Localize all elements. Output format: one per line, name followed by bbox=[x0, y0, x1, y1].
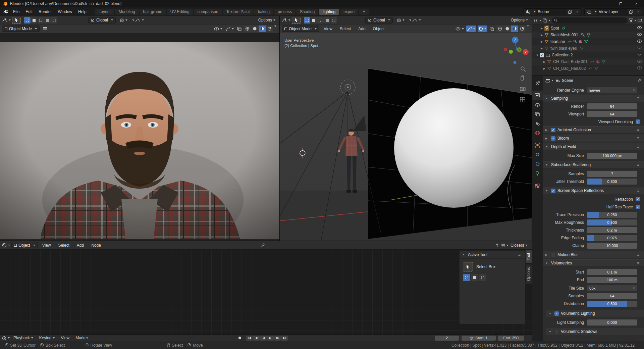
tab-baking[interactable]: baking bbox=[254, 9, 273, 15]
outliner-row-spot[interactable]: ▶ Spot bbox=[532, 25, 644, 32]
tab-hair-groom[interactable]: hair groom bbox=[140, 9, 166, 15]
prev-keyframe-button[interactable] bbox=[253, 336, 260, 341]
play-button[interactable] bbox=[267, 336, 274, 341]
filter-funnel-icon[interactable] bbox=[629, 18, 636, 22]
remove-view-layer-icon[interactable]: × bbox=[635, 9, 642, 14]
add-workspace-button[interactable]: + bbox=[359, 9, 369, 15]
menu-select[interactable]: Select bbox=[337, 26, 354, 32]
select-mode-difference[interactable] bbox=[324, 17, 330, 23]
menu-marker[interactable]: Marker bbox=[73, 336, 90, 340]
outliner-row-collection2[interactable]: ▼ ✓ Collection 2 bbox=[532, 52, 644, 58]
show-object-types-icon[interactable] bbox=[213, 26, 223, 32]
play-reverse-button[interactable] bbox=[260, 336, 267, 341]
search-input[interactable] bbox=[559, 18, 626, 23]
vol-start-field[interactable]: 0.1 m bbox=[587, 269, 637, 275]
light-clamping-field[interactable]: 0.000 bbox=[587, 319, 637, 326]
show-object-types-icon[interactable] bbox=[454, 26, 465, 32]
select-mode-intersect[interactable] bbox=[51, 17, 57, 23]
collection-checkbox[interactable]: ✓ bbox=[540, 53, 544, 57]
volumetric-shadows-checkbox[interactable] bbox=[554, 330, 559, 334]
blender-menu-icon[interactable] bbox=[3, 9, 9, 14]
vol-end-field[interactable]: 100 m bbox=[587, 277, 637, 283]
shading-wireframe-icon[interactable] bbox=[244, 26, 251, 32]
visibility-eye-icon[interactable] bbox=[637, 59, 642, 64]
menu-select[interactable]: Select bbox=[55, 242, 72, 249]
tab-shading[interactable]: Shading bbox=[296, 9, 318, 15]
tab-output[interactable] bbox=[532, 100, 543, 109]
outliner-search[interactable] bbox=[552, 17, 628, 23]
menu-add[interactable]: Add bbox=[355, 26, 368, 32]
menu-object[interactable]: Object bbox=[370, 26, 388, 32]
bloom-checkbox[interactable]: ✓ bbox=[551, 136, 555, 141]
thickness-field[interactable]: 0.2 m bbox=[587, 227, 637, 233]
transform-orientation-dropdown[interactable]: Global bbox=[88, 17, 116, 23]
shading-rendered-icon[interactable] bbox=[266, 26, 273, 32]
max-size-field[interactable]: 100.000 px bbox=[587, 153, 637, 159]
overlays-icon[interactable] bbox=[478, 26, 487, 32]
snap-mode-dropdown[interactable]: Closest bbox=[511, 243, 527, 248]
viewport-denoising-checkbox[interactable]: ✓ bbox=[636, 119, 640, 124]
next-keyframe-button[interactable] bbox=[274, 336, 281, 341]
shading-solid-icon[interactable] bbox=[251, 26, 258, 32]
shading-rendered-icon[interactable] bbox=[519, 26, 526, 32]
max-roughness-slider[interactable]: 0.500 bbox=[587, 219, 637, 226]
scene-name[interactable]: Scene bbox=[536, 9, 567, 15]
tab-object[interactable] bbox=[532, 140, 543, 150]
half-res-checkbox[interactable]: ✓ bbox=[636, 205, 640, 209]
sidebar-tab-tool[interactable]: Tool bbox=[526, 250, 532, 263]
refraction-checkbox[interactable]: ✓ bbox=[636, 197, 640, 201]
edge-fading-slider[interactable]: 0.075 bbox=[587, 235, 637, 241]
render-samples-field[interactable]: 64 bbox=[587, 103, 637, 109]
menu-view[interactable]: View bbox=[321, 26, 335, 32]
new-view-layer-icon[interactable] bbox=[628, 10, 635, 14]
timeline-editor-icon[interactable] bbox=[2, 336, 10, 340]
active-tool-icon[interactable] bbox=[292, 17, 301, 24]
outliner-row-dad-body[interactable]: ▶ CH_Dad_Body.001 bbox=[532, 58, 644, 65]
menu-render[interactable]: Render bbox=[36, 8, 55, 15]
ao-checkbox[interactable]: ✓ bbox=[551, 128, 555, 132]
tab-export[interactable]: export bbox=[340, 9, 358, 15]
tab-modeling[interactable]: Modeling bbox=[115, 9, 139, 15]
select-mode-set[interactable] bbox=[304, 17, 310, 23]
close-button[interactable]: × bbox=[629, 0, 644, 7]
visibility-closed-icon[interactable] bbox=[637, 46, 642, 51]
render-engine-dropdown[interactable]: Eevee bbox=[587, 87, 637, 93]
shading-material-icon[interactable] bbox=[259, 26, 266, 32]
record-button[interactable] bbox=[236, 336, 243, 341]
menu-file[interactable]: File bbox=[10, 8, 22, 15]
section-depth-of-field[interactable]: ▼Depth of Field bbox=[543, 143, 644, 150]
section-bloom[interactable]: ▶✓ Bloom bbox=[543, 135, 644, 142]
outliner-row-dad-hair[interactable]: ▶ CH_Dad_Hair.002 bbox=[532, 65, 644, 72]
visibility-eye-icon[interactable] bbox=[637, 26, 642, 31]
jump-end-button[interactable] bbox=[281, 336, 288, 341]
select-mode-extend[interactable] bbox=[311, 17, 317, 23]
snapping-magnet-icon[interactable] bbox=[501, 243, 508, 247]
pin-icon[interactable] bbox=[637, 79, 641, 83]
sidebar-tab-options[interactable]: Options bbox=[526, 264, 532, 284]
menu-help[interactable]: Help bbox=[75, 8, 90, 15]
node-canvas[interactable]: ▼ Active Tool Select Box Tool bbox=[0, 250, 532, 335]
scene-icon[interactable] bbox=[524, 10, 532, 14]
tab-render[interactable] bbox=[532, 91, 543, 100]
tool-mode-set[interactable] bbox=[463, 274, 470, 281]
select-mode-difference[interactable] bbox=[44, 17, 51, 23]
section-subsurface[interactable]: ▼Subsurface Scattering bbox=[543, 161, 644, 168]
section-volumetrics[interactable]: ▼Volumetrics bbox=[543, 259, 644, 267]
select-box-tool-icon[interactable] bbox=[463, 262, 473, 271]
menu-playback[interactable]: Playback bbox=[11, 336, 36, 340]
view-layer-name[interactable]: View Layer bbox=[597, 9, 628, 15]
volumetric-lighting-checkbox[interactable]: ✓ bbox=[554, 311, 559, 316]
new-scene-icon[interactable] bbox=[567, 10, 574, 14]
insert-auto-icon[interactable] bbox=[495, 243, 499, 247]
gizmos-icon[interactable] bbox=[466, 26, 476, 32]
shader-type-dropdown[interactable]: Object bbox=[11, 242, 38, 248]
menu-node[interactable]: Node bbox=[88, 242, 104, 249]
viewport-3d-content[interactable]: Z Y X User Perspective (2) bbox=[280, 33, 532, 241]
snapping-icon[interactable] bbox=[120, 18, 127, 22]
gizmos-icon[interactable] bbox=[225, 26, 235, 32]
select-mode-extend[interactable] bbox=[31, 17, 37, 23]
proportional-editing-icon[interactable] bbox=[408, 18, 421, 22]
current-frame-field[interactable]: 2 bbox=[435, 336, 459, 341]
maximize-button[interactable] bbox=[613, 0, 629, 7]
visibility-eye-icon[interactable] bbox=[637, 33, 642, 37]
